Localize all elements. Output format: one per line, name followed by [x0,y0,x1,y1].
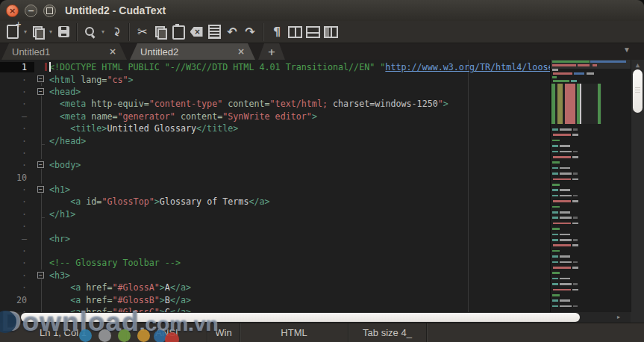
code-line[interactable]: ·−<h1> [0,184,550,196]
code-line[interactable]: · <meta http-equiv="content-type" conten… [0,98,550,110]
fold-column [34,147,49,159]
delete-button[interactable] [187,22,205,42]
find-button[interactable] [81,22,99,42]
line-endings-label: Win [215,327,231,338]
minimap-bar [552,211,558,214]
code-line[interactable]: –<hr> [0,232,550,244]
line-number: 10 [0,172,34,183]
chevron-down-icon: ▾ [101,28,104,35]
code-line[interactable]: · [0,245,550,257]
code-line[interactable]: · <title>Untitled Glossary</title> [0,122,550,134]
watermark-dot [79,329,92,342]
code-line[interactable]: 10 [0,172,550,184]
code-line[interactable]: ·</h1> [0,208,550,220]
code-line[interactable]: · <a href="#GlossA">A</a> [0,282,550,293]
paste-button[interactable] [169,22,187,42]
fold-column [34,98,49,110]
code-lines[interactable]: 1<!DOCTYPE HTML PUBLIC "-//W3C//DTD HTML… [0,61,550,318]
new-file-dropdown[interactable]: ▾ [22,22,29,42]
minimap-bar [572,244,578,246]
fold-toggle-icon[interactable]: − [37,186,44,193]
editor[interactable]: 1<!DOCTYPE HTML PUBLIC "-//W3C//DTD HTML… [0,60,644,312]
minimap-bar [560,255,570,258]
code-line[interactable]: ·</head> [0,134,550,146]
vertical-scrollbar[interactable]: ▲ [631,60,644,312]
copy-button[interactable] [151,22,169,42]
minimap-bar [587,72,594,75]
vertical-scrollbar-thumb[interactable] [633,69,643,113]
code-line[interactable]: – <meta name="generator" content="SynWri… [0,111,550,122]
show-nonprinted-button[interactable]: ¶ [268,22,286,42]
code-line[interactable]: 20 <a href="#GlossB">B</a> [0,293,550,305]
code-line[interactable]: ·−<html lang="cs"> [0,73,550,85]
minimap-bar [552,217,558,219]
minimap-bar [552,184,560,186]
line-number: · [0,282,34,293]
tab-menu-button[interactable]: ▼ [623,46,631,54]
minimap-bar [578,64,590,66]
split-view-button[interactable] [322,22,340,42]
code-text: </head> [49,136,550,146]
status-line-endings[interactable]: Win [207,323,240,342]
fold-column [34,61,49,73]
minimap-bar [572,289,578,291]
tab-bar: Untitled1 × Untitled2 × + ▼ [0,43,644,60]
code-line[interactable]: ·−<head> [0,86,550,98]
cut-button[interactable]: ✂ [134,22,151,42]
fold-column [34,293,49,305]
search-icon [84,25,97,39]
minimap-bar [553,156,571,158]
minimap-bar [573,261,578,264]
code-line[interactable]: ·<!-- Glossary Toolbar --> [0,257,550,269]
fold-toggle-icon[interactable]: − [37,272,44,279]
minimap-bar [571,80,577,82]
save-button[interactable] [54,22,72,42]
close-tab-icon[interactable]: × [109,47,116,56]
status-lexer[interactable]: HTML [240,323,348,342]
select-all-button[interactable] [205,22,223,42]
undo-button[interactable]: ↶ [223,22,241,42]
minimize-window-button[interactable]: − [25,4,37,17]
redo-button[interactable]: ↷ [241,22,259,42]
minimap-bar [560,278,570,280]
fold-toggle-icon[interactable]: − [37,88,44,95]
split-vertical-button[interactable] [286,22,304,42]
horizontal-scrollbar[interactable]: ▸ [0,312,631,323]
open-file-dropdown[interactable]: ▾ [47,22,54,42]
code-line[interactable]: ·−<body> [0,159,550,171]
tab-untitled2[interactable]: Untitled2 × [130,43,255,60]
open-file-button[interactable] [29,22,47,42]
status-tab-size[interactable]: Tab size 4_ [348,323,427,342]
split-view-icon [324,26,338,38]
scroll-right-icon[interactable]: ▸ [617,314,620,320]
close-tab-icon[interactable]: × [237,47,245,56]
fold-toggle-icon[interactable]: − [37,161,44,168]
code-line[interactable]: ·−<h3> [0,270,550,282]
replace-button[interactable]: ↷ [107,22,125,42]
chevron-down-icon: ▾ [49,28,52,35]
code-line[interactable]: · <a id="GlossTop">Glossary of Terms</a> [0,196,550,208]
horizontal-scrollbar-thumb[interactable] [21,313,580,322]
minimap[interactable] [550,60,631,312]
close-window-button[interactable]: × [6,4,19,17]
split-horizontal-button[interactable] [304,22,322,42]
new-file-button[interactable] [4,22,22,42]
code-line[interactable]: · [0,147,550,159]
fold-column [34,220,49,232]
fold-column [34,196,49,208]
minimap-bar [553,289,571,291]
find-dropdown[interactable]: ▾ [99,22,107,42]
line-number: · [0,99,34,109]
minimap-bar [573,128,578,131]
line-number: · [0,221,34,231]
tab-untitled1[interactable]: Untitled1 × [1,43,127,60]
maximize-window-button[interactable] [43,4,56,17]
code-text: <body> [49,160,550,170]
code-line[interactable]: 1<!DOCTYPE HTML PUBLIC "-//W3C//DTD HTML… [0,61,550,73]
new-tab-button[interactable]: + [258,43,285,60]
scroll-up-icon[interactable]: ▲ [631,61,644,69]
code-line[interactable]: · [0,220,550,232]
fold-toggle-icon[interactable]: − [37,75,44,82]
minimap-bar [552,228,560,230]
title-bar[interactable]: × − Untitled2 - CudaText [0,0,644,22]
